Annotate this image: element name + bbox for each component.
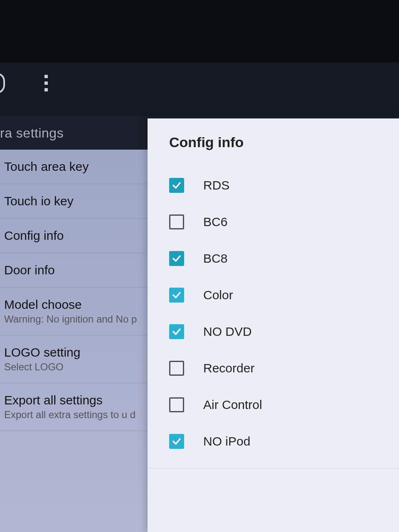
checkbox-icon[interactable] [169,251,184,266]
option-label: NO iPod [203,434,250,448]
option-label: Recorder [203,361,254,375]
option-label: Color [203,288,233,302]
option-label: Air Control [203,398,262,412]
option-label: BC8 [203,251,227,266]
checkbox-icon[interactable] [169,178,184,193]
option-label: NO DVD [203,325,252,339]
dialog-title: Config info [169,134,382,150]
option-air-control[interactable]: Air Control [169,387,382,423]
option-no-dvd[interactable]: NO DVD [169,313,382,350]
back-icon[interactable] [0,73,5,94]
app-bar [0,62,399,116]
option-color[interactable]: Color [169,277,382,313]
option-bc6[interactable]: BC6 [169,204,382,240]
checkbox-icon[interactable] [169,214,184,229]
option-no-ipod[interactable]: NO iPod [169,423,382,460]
status-bar-blank [0,0,399,62]
dialog-divider [148,468,399,468]
page-title: ra settings [0,126,64,141]
option-label: RDS [203,178,229,192]
checkbox-icon[interactable] [169,397,184,412]
option-rds[interactable]: RDS [169,167,382,204]
config-info-dialog: Config info RDS BC6 BC8 Color [148,118,399,532]
option-bc8[interactable]: BC8 [169,240,382,277]
checkbox-icon[interactable] [169,288,184,303]
checkbox-icon[interactable] [169,324,184,339]
overflow-menu-icon[interactable] [44,75,48,91]
option-recorder[interactable]: Recorder [169,350,382,387]
checkbox-icon[interactable] [169,434,184,449]
screen: ra settings Touch area key Touch io key … [0,0,399,532]
option-label: BC6 [203,215,227,229]
checkbox-icon[interactable] [169,361,184,376]
